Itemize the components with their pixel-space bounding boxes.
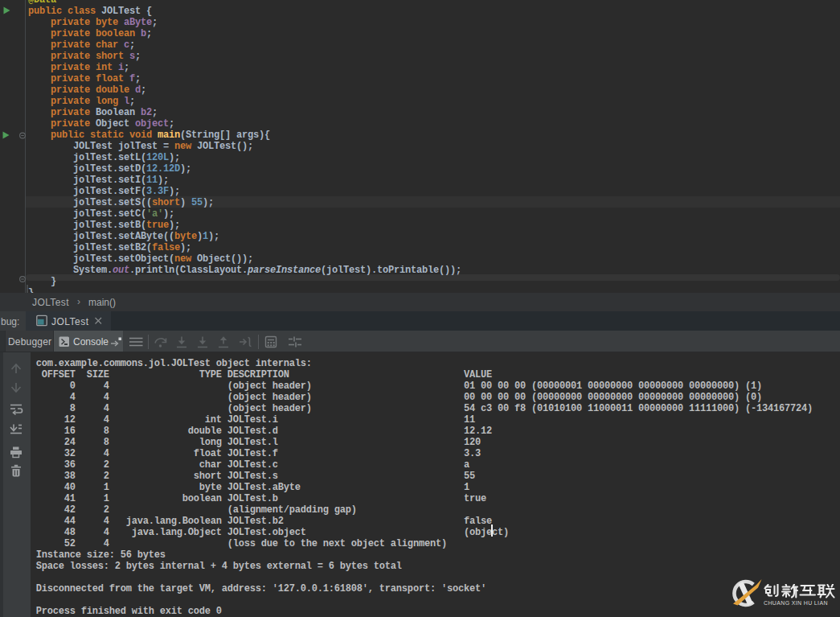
svg-text:CHUANG XIN HU LIAN: CHUANG XIN HU LIAN	[764, 600, 828, 606]
